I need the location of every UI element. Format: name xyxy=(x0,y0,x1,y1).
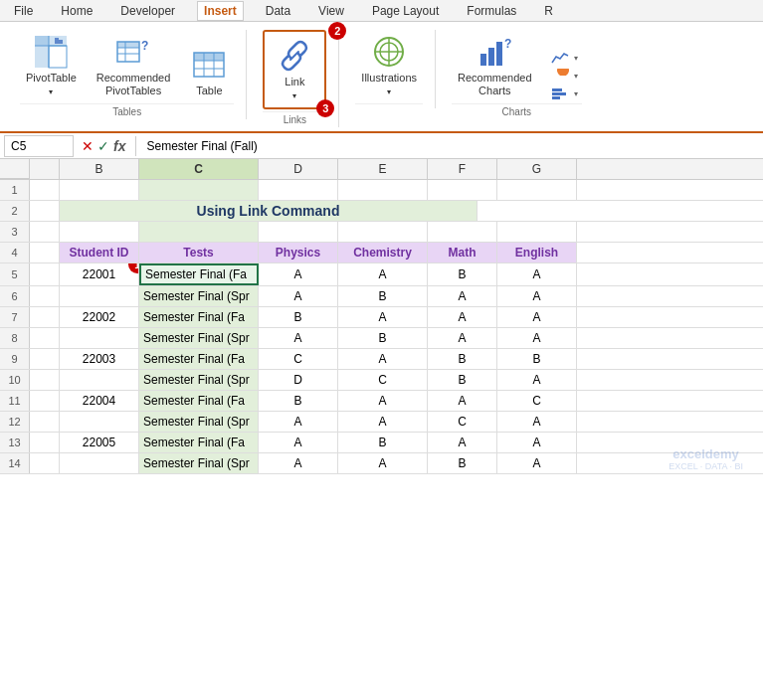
cell-a1[interactable] xyxy=(30,180,60,200)
cell-b9[interactable]: 22003 xyxy=(60,349,139,369)
cell-physics-header[interactable]: Physics xyxy=(259,243,338,262)
col-header-d[interactable]: D xyxy=(259,159,338,179)
cell-d12[interactable]: A xyxy=(259,412,338,432)
cell-a7[interactable] xyxy=(30,307,60,327)
cell-e10[interactable]: C xyxy=(338,370,428,390)
cell-g9[interactable]: B xyxy=(497,349,577,369)
menu-data[interactable]: Data xyxy=(260,2,296,20)
cell-d13[interactable]: A xyxy=(259,433,338,452)
menu-developer[interactable]: Developer xyxy=(114,2,181,20)
cell-d3[interactable] xyxy=(259,222,338,242)
cell-b14[interactable] xyxy=(60,453,139,473)
cell-f8[interactable]: A xyxy=(428,328,497,348)
cell-a4[interactable] xyxy=(30,243,60,262)
cell-c12[interactable]: Semester Final (Spr xyxy=(139,412,259,432)
cell-a3[interactable] xyxy=(30,222,60,242)
cell-f13[interactable]: A xyxy=(428,433,497,452)
cell-c9[interactable]: Semester Final (Fa xyxy=(139,349,259,369)
cell-g1[interactable] xyxy=(497,180,577,200)
recommended-charts-button[interactable]: ? RecommendedCharts xyxy=(452,30,538,101)
cell-math-header[interactable]: Math xyxy=(428,243,497,262)
bar-chart-button[interactable]: ▾ xyxy=(546,86,582,101)
cell-e11[interactable]: A xyxy=(338,391,428,411)
cell-b12[interactable] xyxy=(60,412,139,432)
cell-title[interactable]: Using Link Command xyxy=(60,201,477,221)
cell-c13[interactable]: Semester Final (Fa xyxy=(139,433,259,452)
cell-b5[interactable]: 22001 1 xyxy=(60,263,139,285)
menu-view[interactable]: View xyxy=(312,2,350,20)
cell-g8[interactable]: A xyxy=(497,328,577,348)
illustrations-button[interactable]: Illustrations▾ xyxy=(355,30,423,101)
menu-file[interactable]: File xyxy=(8,2,39,20)
cell-b3[interactable] xyxy=(60,222,139,242)
cell-c7[interactable]: Semester Final (Fa xyxy=(139,307,259,327)
col-header-g[interactable]: G xyxy=(497,159,577,179)
cell-e7[interactable]: A xyxy=(338,307,428,327)
cell-f14[interactable]: B xyxy=(428,453,497,473)
col-header-c[interactable]: C xyxy=(139,159,259,179)
cell-d7[interactable]: B xyxy=(259,307,338,327)
table-button[interactable]: Table xyxy=(184,43,234,101)
cell-d8[interactable]: A xyxy=(259,328,338,348)
cancel-icon[interactable]: ✕ xyxy=(82,138,94,154)
col-header-a[interactable] xyxy=(30,159,60,179)
cell-e6[interactable]: B xyxy=(338,286,428,306)
cell-f3[interactable] xyxy=(428,222,497,242)
cell-c5[interactable]: Semester Final (Fa xyxy=(139,263,259,285)
cell-f9[interactable]: B xyxy=(428,349,497,369)
cell-a9[interactable] xyxy=(30,349,60,369)
cell-reference-box[interactable]: C5 xyxy=(4,135,74,157)
cell-a12[interactable] xyxy=(30,412,60,432)
cell-b10[interactable] xyxy=(60,370,139,390)
cell-c3[interactable] xyxy=(139,222,259,242)
cell-g6[interactable]: A xyxy=(497,286,577,306)
cell-f12[interactable]: C xyxy=(428,412,497,432)
cell-c11[interactable]: Semester Final (Fa xyxy=(139,391,259,411)
cell-student-id-header[interactable]: Student ID xyxy=(60,243,139,262)
cell-a11[interactable] xyxy=(30,391,60,411)
cell-d11[interactable]: B xyxy=(259,391,338,411)
col-header-b[interactable]: B xyxy=(60,159,139,179)
cell-f7[interactable]: A xyxy=(428,307,497,327)
cell-d6[interactable]: A xyxy=(259,286,338,306)
cell-f1[interactable] xyxy=(428,180,497,200)
cell-d10[interactable]: D xyxy=(259,370,338,390)
cell-b7[interactable]: 22002 xyxy=(60,307,139,327)
cell-chemistry-header[interactable]: Chemistry xyxy=(338,243,428,262)
cell-c8[interactable]: Semester Final (Spr xyxy=(139,328,259,348)
link-button[interactable]: Link▾ xyxy=(267,34,322,105)
cell-a5[interactable] xyxy=(30,263,60,285)
cell-tests-header[interactable]: Tests xyxy=(139,243,259,262)
cell-d5[interactable]: A xyxy=(259,263,338,285)
cell-d9[interactable]: C xyxy=(259,349,338,369)
menu-formulas[interactable]: Formulas xyxy=(461,2,522,20)
cell-b11[interactable]: 22004 xyxy=(60,391,139,411)
recommended-pivottables-button[interactable]: ? RecommendedPivotTables xyxy=(91,30,177,101)
cell-e13[interactable]: B xyxy=(338,433,428,452)
cell-f11[interactable]: A xyxy=(428,391,497,411)
cell-c10[interactable]: Semester Final (Spr xyxy=(139,370,259,390)
menu-home[interactable]: Home xyxy=(55,2,98,20)
cell-g13[interactable]: A xyxy=(497,433,577,452)
cell-e8[interactable]: B xyxy=(338,328,428,348)
cell-g12[interactable]: A xyxy=(497,412,577,432)
cell-g5[interactable]: A xyxy=(497,263,577,285)
cell-b8[interactable] xyxy=(60,328,139,348)
col-header-e[interactable]: E xyxy=(338,159,428,179)
cell-e12[interactable]: A xyxy=(338,412,428,432)
insert-function-icon[interactable]: fx xyxy=(113,138,125,154)
cell-e14[interactable]: A xyxy=(338,453,428,473)
cell-e9[interactable]: A xyxy=(338,349,428,369)
cell-g14[interactable]: A xyxy=(497,453,577,473)
pie-chart-button[interactable]: ▾ xyxy=(546,68,582,84)
cell-a10[interactable] xyxy=(30,370,60,390)
col-header-f[interactable]: F xyxy=(428,159,497,179)
cell-e5[interactable]: A xyxy=(338,263,428,285)
cell-d14[interactable]: A xyxy=(259,453,338,473)
line-chart-button[interactable]: ▾ xyxy=(546,50,582,66)
cell-c6[interactable]: Semester Final (Spr xyxy=(139,286,259,306)
cell-a8[interactable] xyxy=(30,328,60,348)
cell-g11[interactable]: C xyxy=(497,391,577,411)
menu-insert[interactable]: Insert xyxy=(197,1,244,21)
cell-c14[interactable]: Semester Final (Spr xyxy=(139,453,259,473)
